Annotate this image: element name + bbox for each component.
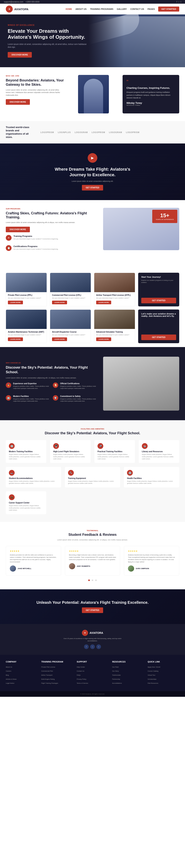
facilities-icon: 🏢 [6, 395, 11, 401]
hero-badge: WINGS OF EXCELLENCE [8, 24, 89, 26]
header-cta-button[interactable]: GET STARTED [158, 6, 179, 11]
years-text: YEARS OF EXPERIENCE [156, 219, 174, 220]
footer-link-about[interactable]: About Us [6, 665, 37, 668]
dot-1[interactable] [88, 580, 90, 581]
cta-bottom-button[interactable]: GET STARTED [82, 608, 103, 613]
course-desc-dispatcher: Are you interested begin in your aviatio… [52, 334, 89, 336]
course-title-atpl: Airline Transport Pilot License (ATPL) [96, 294, 133, 296]
course-title-cpl: Commercial Pilot License (CPL) [52, 294, 89, 296]
why-item-title-3: Modern Facilities [13, 395, 50, 397]
twitter-icon[interactable]: t [181, 1, 181, 3]
course-btn-dispatcher[interactable]: LEARN MORE [52, 337, 67, 341]
pilot-image [78, 75, 109, 114]
programs-button[interactable]: DISCOVER MORE [6, 227, 30, 232]
testi-author-1: JAKE MITCHELL [10, 565, 57, 571]
carousel-dots [6, 579, 179, 582]
footer-link-atpl[interactable]: Airline Transport [41, 673, 73, 676]
footer-link-careers[interactable]: Careers [6, 669, 37, 672]
fac-item-career: 💼 Career Support Center Augue finibus mo… [6, 491, 46, 514]
facilities-row-3: 💼 Career Support Center Augue finibus mo… [6, 491, 179, 514]
footer-link-legal[interactable]: Legal Notice [6, 681, 37, 684]
dot-2[interactable] [92, 580, 93, 581]
footer-link-blog[interactable]: Blog [6, 673, 37, 676]
cta-card-1-title: Start Your Journey! [141, 276, 176, 278]
brand-logo-6: Logoprism [126, 131, 140, 133]
course-body-simulator: Advanced Simulator Training Are you inte… [94, 329, 135, 343]
footer-copyright: © 2024 Aviatora. All rights reserved. [6, 693, 179, 695]
footer-twitter-icon[interactable]: t [96, 644, 101, 649]
course-grid-1: Private Pilot License (PPL) Are you inte… [6, 273, 179, 306]
footer-link-articles[interactable]: Articles & News [6, 677, 37, 680]
fac-desc-modern: Augue finibus mollis pharetra. Augue fin… [9, 453, 43, 460]
stars-1: ★★★★★ [10, 550, 57, 552]
footer-link-apply[interactable]: Apply Now / Enroll [148, 665, 179, 668]
why-item-desc-1: Elegance pilotibus diam mattis. These pi… [13, 385, 50, 390]
nav-gallery[interactable]: GALLERY [117, 8, 127, 10]
footer-link-cpl[interactable]: Commercial Pilot [41, 669, 73, 672]
course-btn-atpl[interactable]: LEARN MORE [96, 301, 111, 304]
cta-card-2-button[interactable]: GET STARTED [141, 335, 176, 340]
footer-link-tour[interactable]: Virtual Tour [148, 673, 179, 676]
course-title-dispatcher: Aircraft Dispatcher Course [52, 331, 89, 333]
footer-link-partnership[interactable]: Partnership [112, 677, 144, 680]
about-button[interactable]: DISCOVER MORE [6, 99, 30, 105]
fac-desc-career: Augue finibus mollis pharetra. Augue fin… [9, 504, 43, 511]
footer-link-fleet[interactable]: Our Fleet [112, 665, 144, 668]
footer-link-testimonials[interactable]: Testimonials [112, 673, 144, 676]
course-btn-simulator[interactable]: LEARN MORE [96, 337, 111, 341]
nav-training[interactable]: TRAINING PROGRAMS [90, 8, 113, 10]
modern-fac-icon: 🏢 [9, 443, 14, 449]
footer-link-story[interactable]: Our Story [112, 669, 144, 672]
footer-facebook-icon[interactable]: f [84, 644, 89, 649]
testi-text-2: Becoming a flight instructor was a dream… [69, 554, 116, 561]
footer-link-catalog[interactable]: Course Catalog [148, 669, 179, 672]
footer-link-privacy[interactable]: Privacy Policy [77, 677, 108, 680]
fac-title-modern: Modern Training Facilities [9, 451, 43, 453]
course-img-simulator [94, 310, 135, 329]
hero-cta-button[interactable]: DISCOVER MORE [8, 52, 32, 58]
footer-link-contact[interactable]: Contact Us [77, 669, 108, 672]
footer-instagram-icon[interactable]: i [90, 644, 95, 649]
footer-link-multi[interactable]: Multi-Engine Rating [41, 677, 73, 680]
instagram-icon[interactable]: i [179, 1, 179, 3]
nav-about[interactable]: ABOUT US [75, 8, 87, 10]
testi-text-3: Aviatora transformed my dream of becomin… [128, 554, 175, 563]
why-item-3: 🏢 Modern Facilities Elegance pilotibus d… [6, 395, 50, 405]
testimonial-card-3: ★★★★★ Aviatora transformed my dream of b… [124, 546, 179, 576]
course-btn-amt[interactable]: LEARN MORE [8, 337, 23, 341]
cta-card-1-button[interactable]: GET STARTED [141, 298, 176, 303]
testi-author-3: SARA SIMPSON [128, 565, 175, 571]
testi-author-2: JOEY ROBERTS [69, 563, 116, 569]
nav-pages[interactable]: PAGES [148, 8, 155, 10]
brands-section: Trusted world-class brands and organizat… [0, 121, 185, 144]
footer-link-scholarships[interactable]: Scholarships [148, 677, 179, 680]
course-card-ppl: Private Pilot License (PPL) Are you inte… [6, 273, 47, 306]
footer-link-ppl[interactable]: Private Pilot License [41, 665, 73, 668]
footer-link-terms[interactable]: Terms of Service [77, 681, 108, 684]
program-text-1: Training Programs Are you interested beg… [13, 235, 58, 243]
footer-link-accreditations[interactable]: Accreditations [112, 681, 144, 684]
nav-home[interactable]: HOME [66, 8, 72, 10]
dot-3[interactable] [95, 580, 97, 581]
stars-3: ★★★★★ [128, 550, 175, 552]
top-bar-contact: support@aviatora.com +1800 000-0000 [4, 1, 39, 3]
footer-link-help[interactable]: Help Center [77, 665, 108, 668]
nav-contact[interactable]: CONTACT US [130, 8, 144, 10]
why-text: WHY CHOOSE US Discover the Sky's Potenti… [6, 362, 97, 405]
program-title-2: Certifications Programs [13, 245, 58, 247]
footer-link-packages[interactable]: Flight Training Packages [41, 681, 73, 684]
video-cta-button[interactable]: GET STARTED [82, 185, 103, 190]
footer-link-faa[interactable]: FAA Resources [148, 681, 179, 684]
footer-link-faq[interactable]: FAQs [77, 673, 108, 676]
testi-info-3: SARA SIMPSON [136, 567, 149, 569]
course-title-simulator: Advanced Simulator Training [96, 331, 133, 333]
fac-title-health: Health Facilities [127, 477, 176, 479]
facebook-icon[interactable]: f [177, 1, 177, 3]
equipment-fac-icon: 🔧 [68, 470, 74, 476]
course-body-dispatcher: Aircraft Dispatcher Course Are you inter… [50, 329, 91, 343]
course-btn-ppl[interactable]: LEARN MORE [8, 301, 23, 304]
hero-content: WINGS OF EXCELLENCE Elevate Your Dreams … [8, 24, 89, 58]
play-button[interactable]: ▶ [88, 153, 97, 163]
course-btn-cpl[interactable]: LEARN MORE [52, 301, 67, 304]
why-item-title-4: Commitment to Safety [60, 395, 97, 397]
